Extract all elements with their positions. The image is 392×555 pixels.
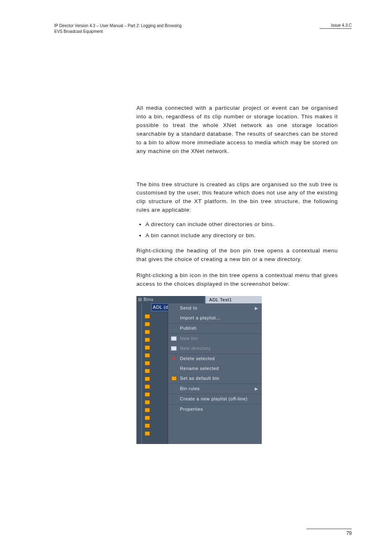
paragraph-1: All media connected with a particular pr… bbox=[136, 104, 338, 156]
menu-send-to[interactable]: Send to ▶ bbox=[168, 303, 262, 313]
header-subtitle: EVS Broadcast Equipment bbox=[54, 29, 182, 35]
paragraph-3: Right-clicking the heading of the bon pi… bbox=[136, 247, 338, 264]
bin-icon bbox=[145, 377, 150, 381]
menu-label: Import a playlist... bbox=[180, 314, 220, 321]
bin-icon bbox=[145, 353, 150, 358]
rule-item: A directory can include other directorie… bbox=[145, 220, 338, 229]
screenshot-figure: ⊟ Bins ADL (default) bbox=[136, 296, 262, 444]
bin-icon bbox=[145, 392, 150, 397]
menu-import-playlist[interactable]: Import a playlist... bbox=[168, 313, 262, 323]
page-number: 79 bbox=[307, 530, 352, 536]
bin-icon bbox=[145, 369, 150, 373]
menu-new-directory: New directory bbox=[168, 344, 262, 354]
blank-icon bbox=[170, 305, 178, 312]
menu-label: Bin rules bbox=[180, 385, 200, 392]
paragraph-4: Right-clicking a bin icon in the bin tre… bbox=[136, 271, 338, 289]
menu-delete-selected[interactable]: ✕ Delete selected bbox=[168, 354, 262, 364]
bin-icon bbox=[145, 338, 150, 342]
menu-label: Create a new playlist (off-line) bbox=[180, 395, 248, 402]
menu-label: Set as default bin bbox=[180, 375, 219, 382]
bin-icon bbox=[145, 384, 150, 389]
bin-icon bbox=[145, 408, 150, 412]
menu-label: New directory bbox=[180, 345, 211, 352]
page-header: IP Director Version 4.3 – User Manual – … bbox=[54, 23, 352, 34]
bin-icon bbox=[145, 423, 150, 428]
bin-icon bbox=[145, 361, 150, 365]
menu-new-bin: New bin bbox=[168, 333, 262, 344]
tree-root-text: Bins bbox=[144, 296, 154, 303]
page-footer: 79 bbox=[307, 529, 352, 536]
panel-title: ADL Test1 bbox=[205, 296, 262, 303]
blank-icon bbox=[170, 396, 178, 402]
footer-rule bbox=[307, 529, 352, 529]
tree-guide-line bbox=[141, 303, 142, 444]
bin-icon bbox=[145, 431, 150, 436]
bin-icon bbox=[145, 345, 150, 350]
folder-icon bbox=[170, 335, 178, 342]
menu-label: Rename selected bbox=[180, 365, 219, 372]
rule-item: A bin cannot include any directory or bi… bbox=[145, 231, 338, 240]
blank-icon bbox=[170, 406, 178, 413]
menu-label: Properties bbox=[180, 406, 203, 413]
header-left: IP Director Version 4.3 – User Manual – … bbox=[54, 23, 182, 34]
submenu-arrow-icon: ▶ bbox=[255, 386, 258, 392]
paragraph-2: The bins tree structure is created as cl… bbox=[136, 180, 338, 215]
bin-icon bbox=[145, 330, 150, 334]
menu-properties[interactable]: Properties bbox=[168, 404, 262, 414]
issue-label: Issue 4.3.C bbox=[320, 23, 352, 28]
bin-icon bbox=[145, 416, 150, 420]
bin-icon bbox=[145, 400, 150, 405]
menu-publish[interactable]: Publish bbox=[168, 323, 262, 333]
blank-icon bbox=[170, 325, 178, 332]
blank-icon bbox=[170, 315, 178, 321]
menu-rename-selected[interactable]: Rename selected bbox=[168, 364, 262, 374]
bin-icon bbox=[145, 314, 150, 319]
blank-icon bbox=[170, 365, 178, 372]
menu-set-default-bin[interactable]: Set as default bin bbox=[168, 374, 262, 384]
bin-icon bbox=[145, 322, 150, 326]
blank-icon bbox=[170, 386, 178, 392]
folder-icon bbox=[170, 345, 178, 352]
menu-bin-rules[interactable]: Bin rules ▶ bbox=[168, 384, 262, 394]
menu-label: Delete selected bbox=[180, 355, 215, 362]
bin-icon bbox=[170, 375, 178, 382]
menu-label: New bin bbox=[180, 335, 198, 342]
submenu-arrow-icon: ▶ bbox=[255, 305, 258, 312]
header-title: IP Director Version 4.3 – User Manual – … bbox=[54, 23, 182, 29]
delete-icon: ✕ bbox=[170, 356, 178, 362]
menu-label: Publish bbox=[180, 325, 196, 332]
body-content: All media connected with a particular pr… bbox=[136, 104, 338, 444]
menu-create-playlist-offline[interactable]: Create a new playlist (off-line) bbox=[168, 394, 262, 404]
issue-underline bbox=[320, 28, 352, 29]
bin-tree[interactable]: ADL (default) bbox=[136, 303, 168, 444]
menu-label: Send to bbox=[180, 305, 197, 312]
rules-list: A directory can include other directorie… bbox=[136, 220, 338, 240]
context-menu: ADL Test1 Send to ▶ Import a playlist...… bbox=[168, 303, 262, 444]
header-right: Issue 4.3.C bbox=[320, 23, 352, 29]
